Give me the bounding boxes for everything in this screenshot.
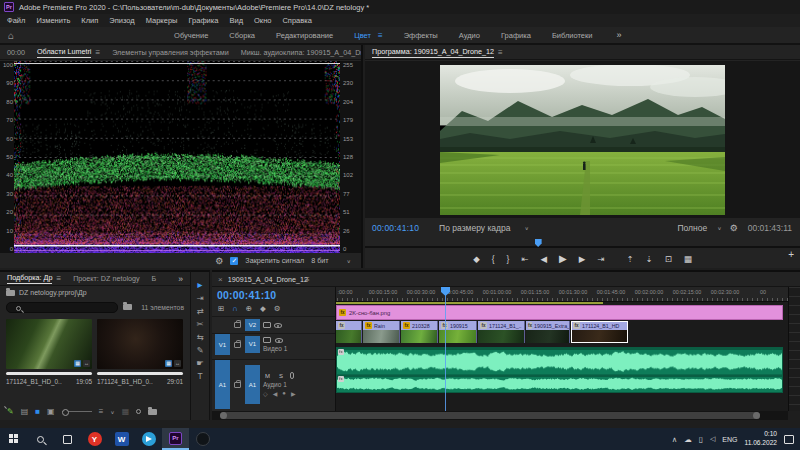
pin-signal-checkbox[interactable]: ✓ (230, 257, 238, 265)
panel-menu-icon[interactable]: ≡ (305, 275, 310, 284)
clip-v1[interactable]: fx 190915_Extra_D (526, 321, 570, 343)
track-target-v1[interactable]: V1 (245, 336, 260, 353)
export-frame-button[interactable]: ⊡ (665, 254, 672, 264)
taskbar-app-word[interactable]: W (108, 428, 135, 450)
slip-tool[interactable]: ⇆ (196, 332, 203, 342)
tab-project[interactable]: Проект: DZ netology (73, 274, 139, 283)
clip-v1[interactable]: fx Rain (363, 321, 400, 343)
menu-file[interactable]: Файл (7, 16, 25, 25)
toggle-track-output-icon[interactable] (275, 338, 283, 343)
mark-in-button[interactable]: { (492, 254, 495, 264)
solo-button[interactable]: S (277, 373, 285, 379)
workspace-overflow-icon[interactable]: » (617, 30, 622, 40)
volume-icon[interactable]: ◁ (710, 435, 715, 443)
asset-card[interactable]: ▦ ↔ 171124_B1_HD_0.. 19:05 (6, 319, 92, 385)
clip-a1-audio[interactable]: fx fx (336, 347, 783, 393)
timeline-settings-icon[interactable]: ⚙ (274, 304, 281, 316)
task-view-button[interactable] (54, 428, 81, 450)
timeline-timecode[interactable]: 00:00:41:10 (212, 287, 335, 301)
work-area-bar[interactable] (336, 302, 603, 304)
asset-card[interactable]: ▦ ↔ 171124_B1_HD_0.. 29:01 (97, 319, 183, 385)
taskbar-clock[interactable]: 0:10 11.06.2022 (744, 430, 777, 448)
icon-view-button[interactable]: ■ (35, 407, 40, 416)
lock-icon[interactable] (234, 322, 241, 328)
program-settings-icon[interactable]: ⚙ (730, 223, 738, 233)
taskbar-app-premiere-active[interactable]: Pr (162, 428, 189, 450)
mark-out-button[interactable]: } (507, 254, 510, 264)
linked-selection-icon[interactable]: ⊕ (246, 304, 252, 316)
step-forward-button[interactable]: ▶ (579, 254, 586, 264)
menu-markers[interactable]: Маркеры (146, 16, 178, 25)
ripple-edit-tool[interactable]: ⇄ (196, 306, 203, 316)
workspace-effects[interactable]: Эффекты (404, 31, 438, 40)
quality-dropdown[interactable]: Полное ∨ (677, 223, 721, 233)
program-timecode[interactable]: 00:00:41:10 (372, 223, 419, 233)
sync-lock-icon[interactable] (263, 337, 271, 343)
mute-button[interactable]: M (263, 373, 272, 379)
lock-icon[interactable] (234, 382, 241, 388)
add-keyframe-icon[interactable]: ● (282, 390, 286, 397)
workspace-color[interactable]: Цвет (354, 31, 371, 40)
lift-button[interactable]: ⇡ (626, 254, 633, 264)
workspace-editing[interactable]: Редактирование (276, 31, 333, 40)
automate-to-sequence-button[interactable]: ▦ (122, 407, 130, 416)
find-button[interactable] (136, 409, 141, 414)
new-bin-icon[interactable] (123, 304, 132, 310)
tray-show-hidden-icon[interactable]: ∧ (672, 435, 678, 444)
go-to-out-button[interactable]: ⇥ (597, 254, 604, 264)
lock-icon[interactable] (234, 342, 241, 348)
type-tool[interactable]: T (197, 371, 202, 381)
add-marker-button[interactable]: ◆ (473, 254, 480, 264)
prev-keyframe-icon[interactable]: ◀ (273, 390, 278, 397)
list-view-button[interactable]: ▤ (21, 407, 29, 416)
battery-icon[interactable]: ▯ (699, 435, 703, 444)
action-center-icon[interactable] (784, 435, 794, 444)
workspace-learning[interactable]: Обучение (174, 31, 208, 40)
taskbar-app-yandex[interactable]: Y (81, 428, 108, 450)
clip-v1-selected[interactable]: fx 171124_B1_HD (571, 321, 628, 343)
track-select-tool[interactable]: ⇥ (196, 293, 203, 303)
next-keyframe-icon[interactable]: ▶ (291, 390, 296, 397)
sync-lock-icon[interactable] (263, 322, 271, 328)
new-bin-button[interactable] (148, 409, 157, 415)
freeform-view-button[interactable]: ▣ (47, 407, 55, 416)
bin-breadcrumb[interactable]: DZ netology.prproj\Др (0, 286, 190, 299)
close-icon[interactable]: × (218, 275, 223, 284)
menu-sequence[interactable]: Эпизод (109, 16, 134, 25)
source-patch-a1[interactable]: A1 (215, 360, 230, 409)
clip-v1[interactable]: fx 171124_B1_.. (478, 321, 525, 343)
tab-bin[interactable]: Подборка: Др (7, 273, 52, 284)
program-scrub-bar[interactable] (365, 238, 800, 249)
asset-thumbnail[interactable]: ▦ ↔ (6, 319, 92, 369)
taskbar-search-button[interactable] (27, 428, 54, 450)
extract-button[interactable]: ⇣ (646, 254, 653, 264)
add-marker-icon[interactable]: ◆ (260, 304, 266, 316)
bit-depth-dropdown[interactable]: 8 бит ∨ (311, 256, 351, 265)
clip-v1[interactable]: fx 210328 (401, 321, 438, 343)
hand-tool[interactable]: ☛ (196, 358, 204, 368)
clip-v2-graphic[interactable]: fx 2K-сно-бан.png (336, 305, 783, 320)
track-target-a1[interactable]: A1 (245, 365, 260, 404)
start-button[interactable] (0, 428, 27, 450)
menu-clip[interactable]: Клип (81, 16, 98, 25)
snap-icon[interactable]: ∩ (232, 304, 237, 316)
menu-view[interactable]: Вид (229, 16, 243, 25)
panel-menu-icon[interactable]: ≡ (56, 274, 61, 283)
workspace-libraries[interactable]: Библиотеки (552, 31, 593, 40)
step-back-button[interactable]: ◀ (541, 254, 548, 264)
keyframe-diamond-icon[interactable]: ◇ (263, 390, 268, 397)
home-icon[interactable]: ⌂ (8, 30, 14, 41)
taskbar-app-obs[interactable] (189, 428, 216, 450)
go-to-in-button[interactable]: ⇤ (521, 254, 528, 264)
menu-window[interactable]: Окно (254, 16, 271, 25)
selection-tool[interactable]: ► (196, 280, 204, 290)
fit-dropdown[interactable]: По размеру кадра ∨ (439, 223, 529, 233)
menu-graphics[interactable]: Графика (188, 16, 218, 25)
zoom-slider[interactable] (62, 411, 92, 412)
workspace-audio[interactable]: Аудио (459, 31, 480, 40)
thumb-scrub-bar[interactable] (6, 372, 92, 375)
thumb-scrub-bar[interactable] (97, 372, 183, 375)
panel-menu-icon[interactable]: ≡ (498, 48, 503, 57)
menu-edit[interactable]: Изменить (36, 16, 70, 25)
tab-audio-clip-mixer[interactable]: Микш. аудиоклипа: 190915_A_04_Drone_ (241, 48, 361, 57)
